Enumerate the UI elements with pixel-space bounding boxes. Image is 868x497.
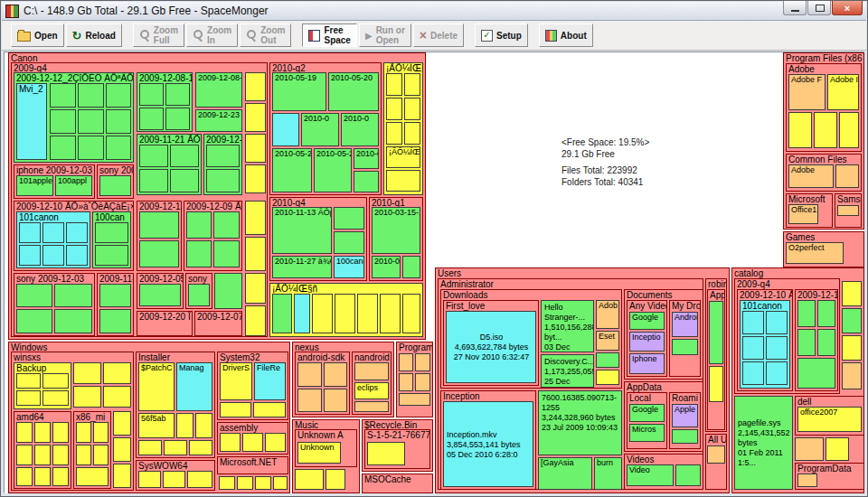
file-cell[interactable] [165, 108, 190, 130]
file-cell[interactable] [54, 284, 92, 307]
file-cell[interactable] [742, 361, 764, 385]
file-cell[interactable] [106, 136, 131, 160]
file-cell[interactable] [106, 83, 131, 108]
file-cell[interactable] [237, 476, 253, 490]
file-cell[interactable] [170, 169, 199, 192]
file-2009-12-08[interactable]: 2009-12-08- [195, 72, 242, 108]
file-inception-mkv[interactable]: Inception.mkv3,854,553,141 bytes05 Dec 2… [443, 401, 533, 487]
file-cell[interactable] [139, 169, 168, 192]
file-cell[interactable] [245, 164, 266, 193]
file-cell[interactable] [99, 284, 131, 307]
file-cell[interactable] [95, 245, 128, 266]
file-cell[interactable] [16, 284, 52, 307]
file-cell[interactable] [99, 175, 131, 196]
file-2010-05-22[interactable]: 2010-05-22 [272, 148, 312, 192]
file-cell[interactable] [78, 109, 104, 134]
file-office1[interactable]: Office1 [788, 204, 818, 224]
file-cell[interactable] [842, 308, 862, 333]
file-cell[interactable] [220, 402, 251, 417]
file-cell[interactable] [245, 201, 266, 235]
file-cell[interactable] [50, 109, 76, 134]
file-100apple[interactable]: 100appl [55, 175, 92, 196]
file-2010-05-2[interactable]: 2010-05-2 [314, 148, 352, 192]
file-cell[interactable] [139, 240, 179, 267]
file-cell[interactable] [50, 136, 76, 160]
file-cell[interactable] [176, 413, 193, 438]
file-cell[interactable] [16, 445, 33, 465]
file-cell[interactable] [34, 422, 51, 443]
file-o2perfect[interactable]: O2perfect [786, 242, 844, 264]
file-cell[interactable] [272, 294, 292, 333]
file-cell[interactable] [139, 145, 168, 167]
file-cell[interactable] [404, 122, 420, 145]
file-cell[interactable] [415, 373, 430, 391]
file-cell[interactable] [399, 353, 413, 371]
file-cell[interactable] [272, 113, 299, 146]
file-cell[interactable] [245, 103, 266, 132]
file-cell[interactable] [380, 294, 401, 333]
file-eclips[interactable]: eclips [354, 382, 389, 399]
file-cell[interactable] [66, 245, 88, 266]
file-cell[interactable] [297, 362, 322, 387]
file-d5-iso[interactable]: D5.iso4,693,622,784 bytes27 Nov 2010 6:3… [446, 311, 536, 383]
file-cell[interactable] [52, 445, 69, 465]
file-cell[interactable] [73, 362, 101, 384]
file-cell[interactable] [672, 429, 698, 444]
file-cell[interactable] [95, 222, 128, 243]
file-cell[interactable] [675, 464, 701, 486]
file-2010-0[interactable]: 2010-0 [354, 148, 379, 169]
file-cell[interactable] [742, 336, 764, 360]
file-cell[interactable] [219, 476, 235, 490]
file-2010-03-15-17[interactable]: 2010-03-15-17 Ã [372, 207, 420, 254]
file-cell[interactable] [245, 305, 266, 336]
file-cell[interactable] [16, 390, 41, 406]
file-cell[interactable] [189, 440, 212, 455]
file-video[interactable]: Video [627, 464, 674, 486]
file-cell[interactable] [354, 171, 379, 192]
file-cell[interactable] [16, 373, 41, 389]
file-cell[interactable] [837, 205, 859, 216]
file-cell[interactable] [415, 353, 430, 371]
file-cell[interactable] [76, 422, 91, 443]
file-cell[interactable] [99, 309, 131, 333]
file-cell[interactable] [709, 366, 723, 402]
file-cell[interactable] [766, 361, 788, 385]
file-cell[interactable] [93, 422, 108, 443]
file-101apple[interactable]: 101apple [16, 175, 53, 196]
file-cell[interactable] [42, 373, 69, 389]
file-cell[interactable] [113, 464, 131, 488]
file-cell[interactable] [52, 467, 69, 486]
file-2010-05-19[interactable]: 2010-05-19 [272, 72, 326, 111]
file-cell[interactable] [312, 294, 333, 333]
file-cell[interactable] [78, 136, 104, 160]
file-adobe-i[interactable]: Adobe I [827, 74, 859, 110]
file-cell[interactable] [138, 440, 162, 455]
file-cell[interactable] [386, 98, 402, 120]
file-cell[interactable] [817, 329, 835, 356]
file-cell[interactable] [814, 112, 837, 148]
file-cell[interactable] [163, 471, 185, 488]
file-eset[interactable]: Eset [596, 331, 619, 351]
file-hello-stranger[interactable]: Hello Stranger-...1,510,156,288 byt...03… [541, 300, 594, 352]
file-cell[interactable] [103, 362, 131, 384]
folder-msocache[interactable]: MSOCache [362, 474, 433, 493]
folder-mvi-2[interactable]: Mvi_2 [16, 83, 47, 160]
file-100canon[interactable]: 100canon [334, 256, 364, 278]
file-cell[interactable] [324, 362, 347, 387]
file-cell[interactable] [52, 422, 69, 443]
file-cell[interactable] [817, 300, 835, 327]
file-adobe-f[interactable]: Adobe F [788, 74, 826, 110]
file-cell[interactable] [245, 134, 266, 163]
file-cell[interactable] [165, 83, 190, 106]
file-unknown[interactable]: Unknown [297, 442, 341, 464]
file-cell[interactable] [797, 358, 835, 389]
file-cell[interactable] [206, 169, 240, 192]
file-2010-03[interactable]: 2010-03 [372, 256, 401, 278]
file-filere[interactable]: FileRe [254, 362, 286, 400]
file-cell[interactable] [42, 390, 69, 406]
folder-2009-12-07[interactable]: 2009-12-07 ÃÕ» [194, 311, 242, 336]
file-cell[interactable] [50, 83, 76, 108]
file-cell[interactable] [139, 83, 164, 106]
file-discovery[interactable]: Discovery.C...1,173,255,055...25 Dec 201… [541, 354, 594, 388]
file-cell[interactable] [709, 301, 723, 364]
